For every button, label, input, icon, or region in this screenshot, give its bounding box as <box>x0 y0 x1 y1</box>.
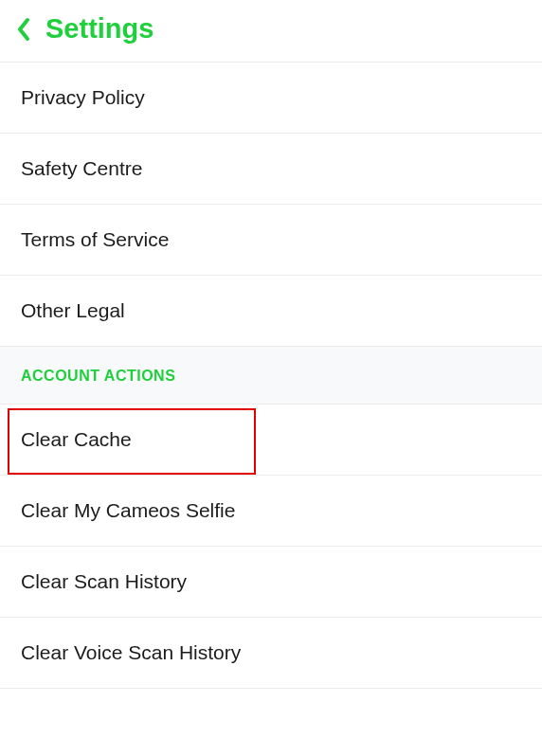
action-item-label: Clear Voice Scan History <box>21 641 241 663</box>
section-header-account-actions: ACCOUNT ACTIONS <box>0 347 542 405</box>
action-item-clear-voice-scan-history[interactable]: Clear Voice Scan History <box>0 618 542 689</box>
page-title: Settings <box>45 13 154 45</box>
nav-item-label: Privacy Policy <box>21 86 145 108</box>
nav-item-label: Safety Centre <box>21 157 142 179</box>
action-item-label: Clear Cache <box>21 428 132 450</box>
action-item-clear-cache[interactable]: Clear Cache <box>0 405 542 476</box>
back-icon[interactable] <box>13 16 34 43</box>
nav-item-label: Terms of Service <box>21 228 169 250</box>
nav-item-terms-of-service[interactable]: Terms of Service <box>0 205 542 276</box>
settings-header: Settings <box>0 0 542 62</box>
action-item-clear-cameos-selfie[interactable]: Clear My Cameos Selfie <box>0 476 542 547</box>
action-item-clear-scan-history[interactable]: Clear Scan History <box>0 547 542 618</box>
nav-item-other-legal[interactable]: Other Legal <box>0 276 542 347</box>
action-item-label: Clear Scan History <box>21 570 187 592</box>
nav-item-safety-centre[interactable]: Safety Centre <box>0 134 542 205</box>
nav-item-label: Other Legal <box>21 299 125 321</box>
nav-item-privacy-policy[interactable]: Privacy Policy <box>0 62 542 134</box>
action-item-label: Clear My Cameos Selfie <box>21 499 235 521</box>
